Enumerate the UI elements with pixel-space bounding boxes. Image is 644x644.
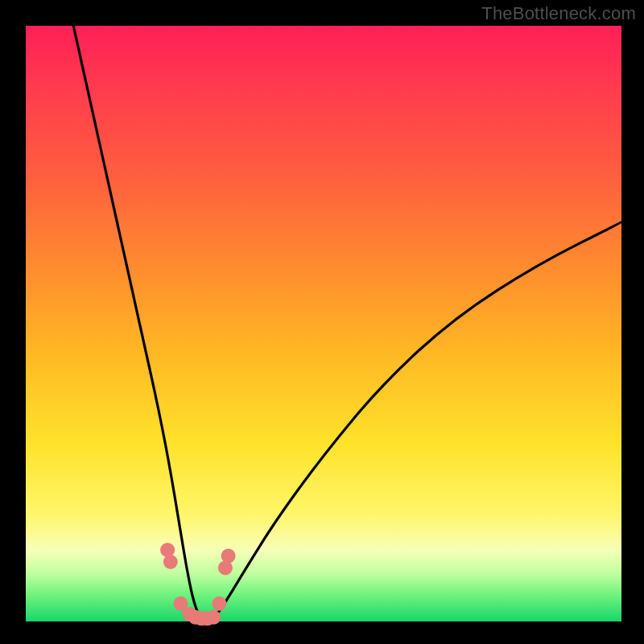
highlight-dot xyxy=(213,597,227,611)
watermark-text: TheBottleneck.com xyxy=(481,3,636,24)
dots-group xyxy=(160,543,236,625)
highlight-dot xyxy=(206,610,221,625)
plot-area xyxy=(26,26,621,621)
chart-frame: TheBottleneck.com xyxy=(0,0,644,644)
highlight-dot xyxy=(221,549,236,564)
highlight-dots xyxy=(26,26,621,621)
highlight-dot xyxy=(163,555,178,569)
